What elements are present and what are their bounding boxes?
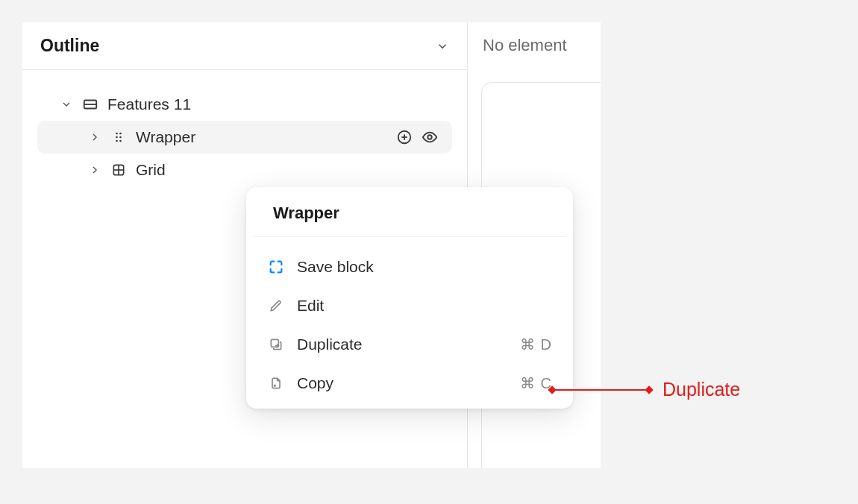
chevron-down-icon[interactable] [436,40,449,53]
context-menu-title: Wrapper [254,187,566,237]
outline-header: Outline [22,22,467,70]
grid-icon [110,162,127,178]
tree-item-label: Wrapper [136,128,386,146]
svg-point-11 [428,135,432,139]
menu-item-label: Duplicate [297,336,508,353]
drag-handle-icon [110,129,127,145]
tree-item-wrapper[interactable]: Wrapper [37,121,452,154]
context-menu: Wrapper Save block Edit Duplicate ⌘ D [246,187,573,409]
eye-icon[interactable] [421,128,439,146]
outline-title: Outline [40,36,99,56]
tree-item-actions [395,128,439,146]
menu-item-duplicate[interactable]: Duplicate ⌘ D [254,325,566,364]
add-icon[interactable] [395,128,413,146]
svg-point-5 [119,136,122,139]
svg-point-7 [119,140,122,142]
chevron-right-icon[interactable] [88,130,101,144]
chevron-right-icon[interactable] [88,163,101,177]
tree-item-grid[interactable]: Grid [37,154,452,186]
svg-point-3 [119,133,122,135]
duplicate-icon [267,336,285,353]
copy-icon [267,374,285,392]
outline-tree: Features 11 Wrapper [22,70,467,204]
tree-item-label: Grid [136,161,442,179]
right-panel-header: No element [468,22,601,69]
tree-item-features[interactable]: Features 11 [37,88,452,121]
menu-item-save-block[interactable]: Save block [254,248,566,286]
annotation-arrow [552,389,649,391]
chevron-down-icon[interactable] [60,98,73,111]
annotation-label: Duplicate [663,379,740,400]
svg-point-6 [116,140,118,142]
menu-item-label: Edit [297,297,552,315]
section-icon [82,96,98,113]
menu-item-shortcut: ⌘ D [520,336,552,353]
pencil-icon [267,297,285,315]
context-menu-items: Save block Edit Duplicate ⌘ D Copy ⌘ C [246,237,573,403]
svg-point-4 [116,136,118,139]
menu-item-copy[interactable]: Copy ⌘ C [254,364,566,403]
svg-point-2 [116,133,118,135]
menu-item-edit[interactable]: Edit [254,286,566,325]
save-block-icon [267,258,285,276]
menu-item-label: Copy [297,374,508,392]
menu-item-label: Save block [297,258,552,276]
annotation-callout: Duplicate [552,379,740,400]
tree-item-label: Features 11 [107,95,442,113]
